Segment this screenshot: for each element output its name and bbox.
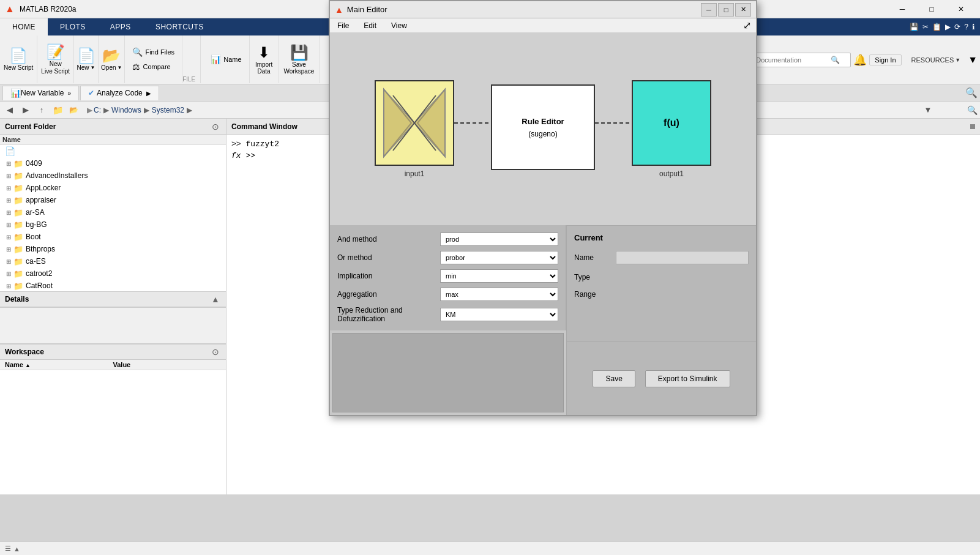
aggregation-select[interactable]: max sum	[440, 288, 558, 301]
expand-icon-catroot2[interactable]: ⊞	[5, 270, 12, 277]
fis-menu-file[interactable]: File	[335, 20, 351, 31]
expand-icon-arsa[interactable]: ⊞	[5, 209, 12, 216]
or-method-select[interactable]: probor max	[440, 251, 558, 264]
fis-output-fn: f(u)	[664, 117, 679, 129]
fis-menu-edit[interactable]: Edit	[361, 20, 379, 31]
fis-close-btn[interactable]: ✕	[735, 3, 751, 17]
path-search-icon[interactable]: 🔍	[967, 105, 978, 115]
fis-save-btn[interactable]: Save	[593, 370, 635, 387]
fis-diagram: input1 Rule Editor (sugeno) f(u)	[330, 33, 756, 225]
analyze-code-tab[interactable]: ✔ Analyze Code ▶	[80, 86, 159, 100]
file-item-bthprops[interactable]: ⊞ 📁 Bthprops	[0, 243, 226, 255]
fis-name-row: Name	[574, 251, 749, 264]
expand-icon-catroot[interactable]: ⊞	[5, 282, 12, 289]
details-expand-btn[interactable]: ▲	[210, 294, 221, 305]
expand-icon-applocker[interactable]: ⊞	[5, 184, 12, 192]
expand-icon-advancedinstallers[interactable]: ⊞	[5, 172, 12, 179]
expand-icon-boot[interactable]: ⊞	[5, 233, 12, 240]
expand-icon-0409[interactable]: ⊞	[5, 160, 12, 167]
file-item-blank[interactable]: 📄	[0, 145, 226, 157]
tab-shortcuts[interactable]: SHORTCUTS	[143, 18, 216, 35]
expand-icon-bgbg[interactable]: ⊞	[5, 221, 12, 228]
file-item-catroot2[interactable]: ⊞ 📁 catroot2	[0, 267, 226, 280]
breadcrumb-system32[interactable]: System32	[152, 106, 184, 114]
new-script-button[interactable]: 📄 New Script	[0, 35, 37, 83]
fis-input-box[interactable]	[375, 80, 454, 166]
and-method-select[interactable]: prod min	[440, 233, 558, 246]
folder-icon-caes: 📁	[13, 257, 23, 266]
implication-select[interactable]: min prod	[440, 269, 558, 283]
qa-save-icon[interactable]: 💾	[910, 23, 919, 31]
status-expand-btn[interactable]: ▲	[13, 545, 20, 553]
compare-button[interactable]: ⚖ Compare	[130, 61, 177, 73]
nav-browse-button[interactable]: 📂	[66, 103, 81, 117]
tab-overflow-btn[interactable]: »	[67, 90, 71, 97]
fis-export-btn[interactable]: Export to Simulink	[645, 370, 730, 387]
new-variable-tab[interactable]: 📊 New Variable »	[2, 86, 79, 100]
open-dropdown-button[interactable]: 📂 Open ▼	[99, 35, 125, 83]
new-dropdown-button[interactable]: 📄 New ▼	[74, 35, 99, 83]
expand-icon-appraiser[interactable]: ⊞	[5, 196, 12, 204]
find-files-button[interactable]: 🔍 Find Files	[130, 46, 177, 58]
new-variable-button[interactable]: 📊 Name	[208, 53, 244, 65]
qa-info-icon[interactable]: ℹ	[972, 23, 975, 31]
command-minimize-icon[interactable]	[970, 124, 975, 129]
fis-output-box[interactable]: f(u)	[632, 80, 711, 166]
file-item-catroot[interactable]: ⊞ 📁 CatRoot	[0, 280, 226, 291]
fis-name-input[interactable]	[616, 251, 749, 264]
folder-icon-advanced: 📁	[13, 171, 23, 181]
fis-bottom: And method prod min Or method probor max	[330, 225, 756, 415]
nav-folder-button[interactable]: 📁	[50, 103, 65, 117]
file-item-arsa[interactable]: ⊞ 📁 ar-SA	[0, 206, 226, 218]
qa-step-icon[interactable]: ⟳	[954, 23, 960, 31]
tab-search-icon[interactable]: 🔍	[965, 87, 978, 99]
fis-text-area[interactable]	[332, 333, 564, 412]
qa-undo-icon[interactable]: ✂	[922, 23, 929, 31]
type-reduction-select[interactable]: KM EKM	[440, 308, 558, 321]
sign-in-button[interactable]: Sign In	[869, 54, 901, 65]
fis-undock-btn[interactable]: ⤢	[743, 20, 751, 31]
file-item-0409[interactable]: ⊞ 📁 0409	[0, 157, 226, 169]
fis-current-title: Current	[574, 233, 749, 242]
file-item-appraiser[interactable]: ⊞ 📁 appraiser	[0, 194, 226, 206]
file-item-bgbg[interactable]: ⊞ 📁 bg-BG	[0, 218, 226, 231]
fis-maximize-btn[interactable]: □	[718, 3, 734, 17]
new-live-script-button[interactable]: 📝 NewLive Script	[37, 35, 74, 83]
tab-apps[interactable]: APPS	[98, 18, 143, 35]
resources-label[interactable]: RESOURCES ▼	[907, 35, 966, 84]
breadcrumb-sep-2: ▶	[144, 106, 149, 114]
breadcrumb-c[interactable]: C:	[94, 106, 101, 114]
path-dropdown-btn[interactable]: ▼	[891, 103, 965, 117]
breadcrumb-windows[interactable]: Windows	[111, 106, 141, 114]
qa-help-icon[interactable]: ?	[964, 23, 968, 31]
import-data-button[interactable]: ⬇ ImportData	[250, 35, 279, 83]
file-item-advancedinstallers[interactable]: ⊞ 📁 AdvancedInstallers	[0, 169, 226, 182]
save-workspace-button[interactable]: 💾 SaveWorkspace	[279, 35, 320, 83]
expand-icon-bthprops[interactable]: ⊞	[5, 245, 12, 253]
ribbon-expand-btn[interactable]: ▼	[965, 35, 980, 84]
file-item-caes[interactable]: ⊞ 📁 ca-ES	[0, 255, 226, 267]
nav-up-button[interactable]: ↑	[34, 103, 49, 117]
nav-back-button[interactable]: ◀	[2, 103, 17, 117]
dashed-line-svg-1	[454, 122, 491, 124]
qa-redo-icon[interactable]: 📋	[932, 23, 941, 31]
nav-forward-button[interactable]: ▶	[18, 103, 33, 117]
fis-rule-box[interactable]: Rule Editor (sugeno)	[491, 84, 595, 170]
close-button[interactable]: ✕	[947, 0, 975, 18]
bell-icon[interactable]: 🔔	[853, 53, 867, 67]
fis-menu-view[interactable]: View	[389, 20, 410, 31]
dashed-line-svg-2	[595, 122, 632, 124]
workspace-menu-btn[interactable]: ⊙	[210, 346, 221, 357]
folder-icon-bgbg: 📁	[13, 220, 23, 229]
fis-minimize-btn[interactable]: ─	[701, 3, 717, 17]
tab-plots[interactable]: PLOTS	[48, 18, 98, 35]
expand-icon-caes[interactable]: ⊞	[5, 258, 12, 265]
file-item-boot[interactable]: ⊞ 📁 Boot	[0, 231, 226, 243]
file-item-applocker[interactable]: ⊞ 📁 AppLocker	[0, 182, 226, 194]
minimize-button[interactable]: ─	[888, 0, 916, 18]
qa-run-icon[interactable]: ▶	[945, 23, 951, 31]
current-folder-menu-btn[interactable]: ⊙	[210, 121, 221, 132]
tab-home[interactable]: HOME	[0, 18, 48, 35]
status-icon[interactable]: ☰	[5, 545, 11, 553]
maximize-button[interactable]: □	[918, 0, 946, 18]
